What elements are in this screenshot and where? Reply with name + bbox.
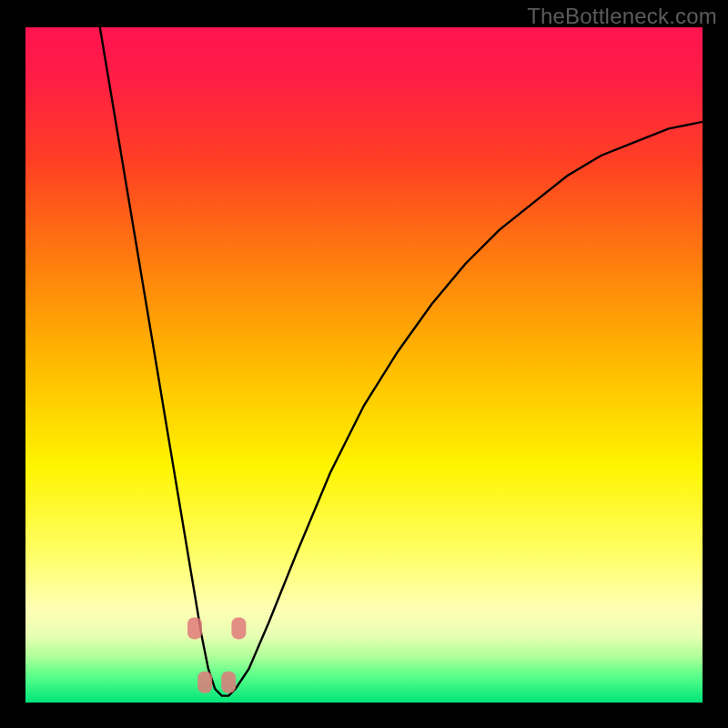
bottleneck-curve	[100, 27, 703, 696]
plot-area	[25, 27, 703, 703]
curve-marker	[187, 617, 202, 639]
curve-marker	[231, 617, 246, 639]
watermark-text: TheBottleneck.com	[527, 4, 717, 29]
curve-marker	[221, 672, 236, 693]
curve-layer	[25, 27, 703, 703]
curve-marker	[197, 672, 212, 693]
curve-markers	[187, 617, 246, 693]
